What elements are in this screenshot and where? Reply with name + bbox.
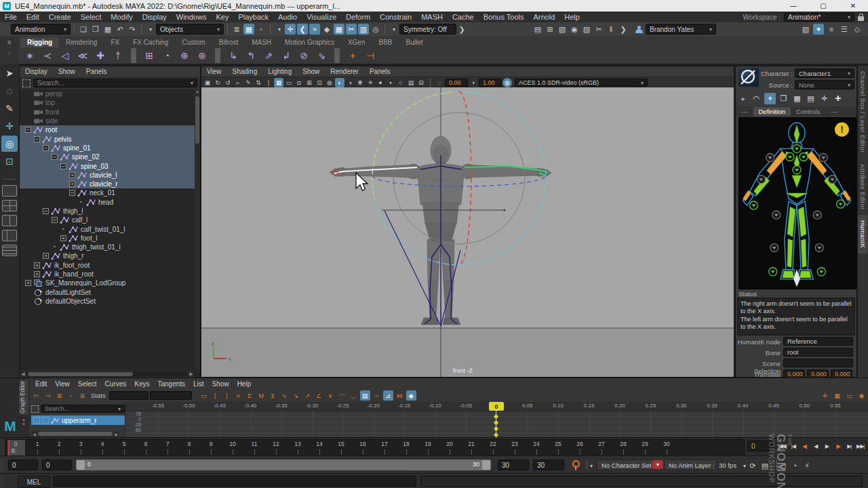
shadows-icon[interactable]: ● <box>376 78 385 87</box>
menu-item[interactable]: Select <box>76 13 106 21</box>
anim-layer-icon[interactable]: ▾ <box>652 460 663 469</box>
select-tool-icon[interactable]: ➤ <box>1 65 18 81</box>
image-plane-icon[interactable]: ↺ <box>223 78 233 87</box>
expand-toggle-icon[interactable] <box>69 172 75 178</box>
graph-playhead[interactable]: 0 <box>489 402 504 411</box>
aim-constraint-icon[interactable]: ⊘ <box>296 48 312 63</box>
graph-editor-menu-item[interactable]: List <box>189 380 208 388</box>
undo-icon[interactable]: ↶ <box>115 24 125 35</box>
blend-shape-icon[interactable]: ⊛ <box>194 48 210 63</box>
hik-field-value[interactable]: Reference <box>783 337 853 346</box>
time-slider-playhead[interactable] <box>8 440 9 455</box>
unify-tangents-icon[interactable]: ∨ <box>326 390 336 401</box>
expand-toggle-icon[interactable] <box>60 163 66 169</box>
outliner-vertical-scrollbar[interactable]: ▲ <box>195 89 200 370</box>
ao-icon[interactable]: ◗ <box>386 78 395 87</box>
graph-editor-menu-item[interactable]: Help <box>233 380 256 388</box>
ipr-render-icon[interactable]: ▧ <box>557 24 568 35</box>
outliner-item[interactable]: front <box>20 108 195 117</box>
character-controls-icon[interactable]: ✦ <box>813 24 824 35</box>
fps-display[interactable]: 30 fps <box>715 460 741 470</box>
playback-start-field[interactable]: 0 <box>42 460 72 470</box>
plateau-tangent-icon[interactable]: ↗ <box>302 390 313 401</box>
expand-toggle-icon[interactable] <box>34 262 40 268</box>
expand-toggle-icon[interactable] <box>43 145 49 151</box>
outliner-item[interactable]: calf_l <box>20 216 195 224</box>
outliner-item[interactable]: head <box>20 198 195 207</box>
menu-item[interactable]: Audio <box>273 13 302 21</box>
normalized-view-icon[interactable]: ◆ <box>406 390 416 401</box>
expand-toggle-icon[interactable] <box>60 226 66 232</box>
play-forwards-button[interactable]: ▶ <box>822 443 832 449</box>
viewport-menu-item[interactable]: Show <box>297 68 325 75</box>
expand-toggle-icon[interactable] <box>52 217 58 223</box>
xray-icon[interactable]: ⊟ <box>416 78 426 87</box>
mel-toggle-button[interactable]: MEL <box>18 476 50 488</box>
viewport-menu-item[interactable]: Lighting <box>262 68 297 75</box>
shelf-tab[interactable]: FX Caching <box>126 37 175 47</box>
center-current-time-icon[interactable]: ) <box>222 390 232 401</box>
auto-tangent-icon[interactable]: A <box>233 390 243 401</box>
modeling-toolkit-icon[interactable]: ▧ <box>800 24 811 35</box>
channel-box-toggle-icon[interactable]: ≡ <box>826 24 837 35</box>
menu-item[interactable]: Arnold <box>528 13 559 21</box>
camera-gate-icon[interactable]: ⇅ <box>254 78 263 87</box>
viewport-menu-item[interactable]: Panels <box>364 68 396 75</box>
isolate-select-icon[interactable]: ▤ <box>406 78 416 87</box>
minimize-button[interactable]: — <box>778 2 808 9</box>
hik-tab[interactable]: Definition <box>753 107 791 116</box>
outliner-item[interactable]: top <box>20 98 195 107</box>
sidebar-tab[interactable]: Attribute Editor <box>858 159 867 216</box>
graph-editor-menu-item[interactable]: Curves <box>101 380 131 388</box>
ik-handle-icon[interactable]: ≺ <box>39 48 56 63</box>
save-scene-icon[interactable]: ▦ <box>102 24 113 35</box>
render-sequence-icon[interactable]: ▨ <box>581 24 592 35</box>
snap-center-icon[interactable]: ▥ <box>358 24 369 35</box>
menu-item[interactable]: Display <box>138 13 172 21</box>
time-slider-ruler[interactable]: 0123456789101112131415161718192021222324… <box>5 439 745 456</box>
outliner-item[interactable]: calf_twist_01_l <box>20 224 195 233</box>
snap-point-icon[interactable]: ≈ <box>309 24 320 35</box>
create-joint-icon[interactable]: ∗ <box>22 48 38 63</box>
film-gate-icon[interactable]: ▭ <box>284 78 294 87</box>
filter-icon[interactable] <box>31 405 39 413</box>
wrap-deformer-icon[interactable]: ⊕ <box>176 48 193 63</box>
expand-toggle-icon[interactable] <box>34 136 40 142</box>
menu-item[interactable]: Create <box>44 13 76 21</box>
command-input[interactable] <box>53 476 416 487</box>
selection-mask-dropdown[interactable]: Objects <box>156 24 224 35</box>
workspace-dropdown[interactable]: Animation* <box>784 13 854 22</box>
time-snap-icon[interactable]: ▤ <box>360 390 370 401</box>
break-tangents-icon[interactable]: ∠ <box>314 390 324 401</box>
shelf-tab[interactable]: FX <box>104 37 126 47</box>
character-set-button[interactable]: No Character Set <box>597 460 656 470</box>
open-trax-icon[interactable]: ◉ <box>856 390 867 401</box>
step-forward-key-button[interactable]: |▶ <box>833 443 844 449</box>
pole-vector-icon[interactable]: ⇘ <box>313 48 330 63</box>
shelf-tab[interactable]: Rigging <box>20 37 59 47</box>
skeleton-definition-icon[interactable]: ✦ <box>764 93 776 104</box>
menu-item[interactable]: MASH <box>416 13 448 21</box>
menu-item[interactable]: Cache <box>448 13 479 21</box>
layout-outliner-persp-button[interactable] <box>2 230 17 241</box>
rotate-tool-icon[interactable]: ◎ <box>1 136 18 152</box>
expand-toggle-icon[interactable] <box>52 244 58 250</box>
move-tool-icon[interactable]: ✛ <box>1 118 18 134</box>
outliner-item[interactable]: pelvis <box>20 134 195 143</box>
two-d-pan-icon[interactable]: ▹ <box>233 78 243 87</box>
evaluation-clock-icon[interactable]: ◔ <box>789 460 800 471</box>
filter-icon[interactable] <box>22 79 31 87</box>
expand-toggle-icon[interactable] <box>60 235 66 241</box>
expand-toggle-icon[interactable] <box>25 127 31 133</box>
menu-set-dropdown[interactable]: Animation <box>11 24 71 35</box>
shelf-tab[interactable]: Custom <box>175 37 212 47</box>
outliner-item[interactable]: foot_l <box>20 234 195 243</box>
expand-toggle-icon[interactable] <box>52 154 58 160</box>
step-back-key-button[interactable]: ◀| <box>800 443 810 449</box>
outliner-menu-item[interactable]: Show <box>53 68 81 75</box>
expand-icon[interactable]: ❯ <box>618 24 629 35</box>
animation-end-field[interactable]: 30 <box>533 460 564 470</box>
linear-tangent-icon[interactable]: ⊻ <box>268 390 278 401</box>
cluster-icon[interactable]: ◔ <box>159 48 175 63</box>
graph-editor-menu-item[interactable]: Show <box>208 380 233 388</box>
